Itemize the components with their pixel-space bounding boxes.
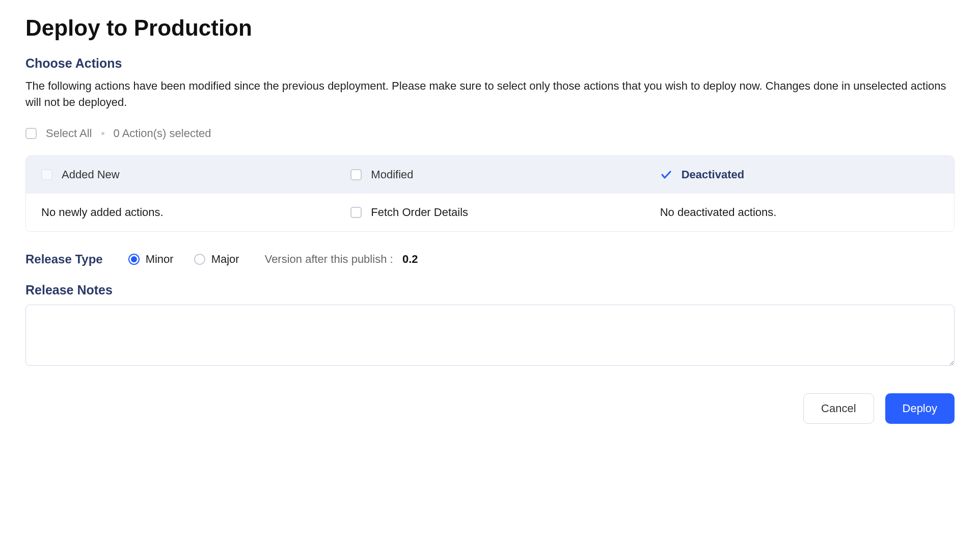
- cancel-button[interactable]: Cancel: [803, 393, 874, 424]
- column-header-added-new: Added New: [26, 156, 335, 194]
- modified-item-checkbox[interactable]: [350, 207, 362, 218]
- dialog-footer: Cancel Deploy: [25, 393, 955, 424]
- modified-body-item: Fetch Order Details: [335, 194, 644, 231]
- select-all-label: Select All: [46, 127, 92, 140]
- column-header-modified: Modified: [335, 156, 644, 194]
- added-new-empty-text: No newly added actions.: [41, 206, 164, 219]
- actions-table-header: Added New Modified Deactivated: [26, 156, 954, 194]
- choose-actions-heading: Choose Actions: [25, 56, 955, 71]
- deactivated-header-label: Deactivated: [682, 168, 745, 181]
- minor-label: Minor: [146, 253, 174, 266]
- release-type-radio-group: Minor Major: [128, 253, 239, 266]
- radio-icon: [194, 254, 205, 265]
- selected-count-text: 0 Action(s) selected: [114, 127, 211, 140]
- column-header-deactivated: Deactivated: [645, 156, 954, 194]
- select-all-checkbox[interactable]: [25, 128, 37, 139]
- deactivated-body: No deactivated actions.: [645, 194, 954, 231]
- actions-table-body: No newly added actions. Fetch Order Deta…: [26, 194, 954, 231]
- release-type-minor[interactable]: Minor: [128, 253, 174, 266]
- modified-header-checkbox[interactable]: [350, 169, 362, 180]
- added-new-header-label: Added New: [62, 168, 120, 181]
- actions-table: Added New Modified Deactivated No newly …: [25, 155, 955, 232]
- choose-actions-description: The following actions have been modified…: [25, 78, 955, 111]
- version-label: Version after this publish :: [265, 253, 393, 265]
- radio-icon: [128, 254, 140, 265]
- deactivated-empty-text: No deactivated actions.: [660, 206, 777, 219]
- major-label: Major: [211, 253, 239, 266]
- added-new-header-checkbox[interactable]: [41, 169, 52, 180]
- modified-item-label: Fetch Order Details: [371, 206, 468, 219]
- release-type-row: Release Type Minor Major Version after t…: [25, 252, 955, 266]
- bullet-separator-icon: [101, 132, 104, 135]
- deploy-button[interactable]: Deploy: [885, 393, 955, 424]
- version-value: 0.2: [402, 253, 418, 265]
- release-notes-input[interactable]: [25, 305, 955, 366]
- check-icon: [660, 169, 672, 181]
- release-type-heading: Release Type: [25, 252, 103, 266]
- release-type-major[interactable]: Major: [194, 253, 239, 266]
- release-notes-heading: Release Notes: [25, 283, 955, 297]
- version-info: Version after this publish : 0.2: [265, 253, 418, 266]
- page-title: Deploy to Production: [25, 15, 955, 41]
- added-new-body: No newly added actions.: [26, 194, 335, 231]
- modified-header-label: Modified: [371, 168, 413, 181]
- select-all-row: Select All 0 Action(s) selected: [25, 127, 955, 140]
